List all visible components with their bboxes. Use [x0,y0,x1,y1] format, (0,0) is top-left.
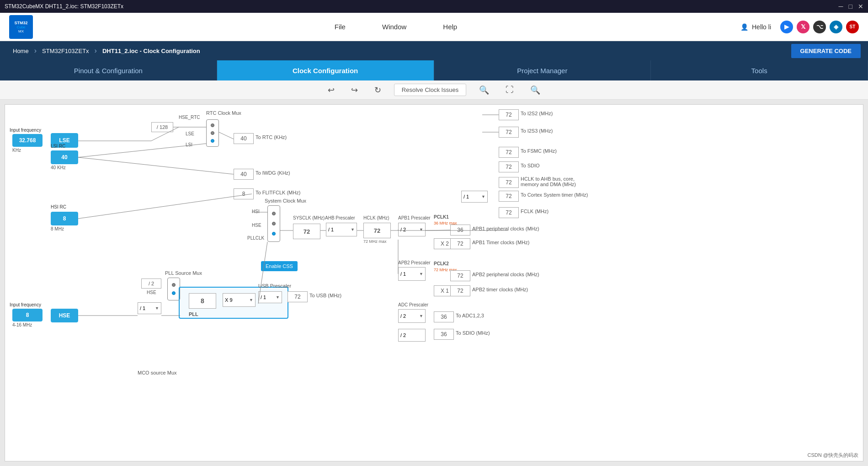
redo-button[interactable]: ↪ [347,83,362,97]
to-fsmc-label: To FSMC (MHz) [521,148,557,154]
pclk1-label: PCLK1 [434,214,449,220]
reset-button[interactable]: ↻ [371,83,385,97]
hse-rtc-label: HSE_RTC [179,115,200,120]
tab-clock[interactable]: Clock Configuration [217,60,434,80]
to-i2s3-value: 72 [499,127,519,138]
window-controls[interactable]: ─ □ ✕ [839,3,863,10]
sysclk-value[interactable]: 72 [293,224,320,239]
hclk-label: HCLK (MHz) [363,215,389,220]
pll-multiplier-select[interactable]: X 9 ▼ [223,293,256,307]
to-i2s3-label: To I2S3 (MHz) [521,128,553,134]
help-menu[interactable]: Help [443,23,457,31]
to-rtc-label: To RTC (KHz) [256,134,287,140]
enable-css-button[interactable]: Enable CSS [261,261,298,271]
main-content: RTC Clock Mux Input frequency LSE 32.768… [0,100,868,466]
hse-freq-value[interactable]: 8 [12,309,43,321]
ahb-prescaler-select[interactable]: / 1 ▼ [326,223,357,236]
usb-prescaler-label: USB Prescaler [258,283,291,289]
lse-freq-value[interactable]: 32.768 [12,134,43,147]
apb2-prescaler-select[interactable]: / 1 ▼ [398,267,426,281]
breadcrumb-device[interactable]: STM32F103ZETx [37,41,95,60]
hsi-rc-box[interactable]: 8 [51,212,78,225]
rtc-mux-dot-2 [211,131,214,135]
hclk-value[interactable]: 72 [363,223,391,238]
menu-items: File Window Help [51,23,740,31]
hse-sublabel: 4-16 MHz [12,322,32,327]
to-sdio-label: To SDIO (MHz) [456,330,490,336]
breadcrumb-home[interactable]: Home [7,41,34,60]
svg-line-13 [426,230,450,230]
close-button[interactable]: ✕ [858,3,863,10]
lsi-rc-box[interactable]: 40 [51,150,78,164]
hsi-rc-label: HSI RC [51,204,66,209]
apb1-prescaler-label: APB1 Prescaler [398,215,431,220]
div128-box[interactable]: / 128 [151,122,173,132]
sdio-div-select[interactable]: / 2 [398,329,426,342]
maximize-button[interactable]: □ [849,3,852,10]
usb-output-label: To USB (MHz) [309,293,341,298]
cortex-timer-value: 72 [499,191,519,202]
hse-box[interactable]: HSE [51,309,78,322]
sys-mux-dot-pll [272,232,276,236]
breadcrumb-current[interactable]: DHT11_2.ioc - Clock Configuration [97,41,206,60]
lse-unit: KHz [12,148,21,153]
tab-pinout[interactable]: Pinout & Configuration [0,60,217,80]
apb1-prescaler-select[interactable]: / 2 ▼ [398,223,426,236]
hclk-ahb-value: 72 [499,177,519,188]
adc-prescaler-label: ADC Prescaler [398,302,428,307]
resolve-clock-button[interactable]: Resolve Clock Issues [394,84,466,96]
rtc-mux[interactable] [206,119,219,147]
to-iwdg-label: To IWDG (KHz) [256,170,290,176]
pll-hse-label: HSE [147,290,156,295]
svg-line-4 [219,132,234,139]
youtube-icon[interactable]: ▶ [780,21,793,33]
minimize-button[interactable]: ─ [839,3,843,10]
tab-project[interactable]: Project Manager [434,60,651,80]
apb1-periph-value: 36 [450,225,470,236]
to-fsmc-value: 72 [499,147,519,158]
linkedin-icon[interactable]: ◈ [830,21,842,33]
zoom-out-button[interactable]: 🔍 [527,83,544,97]
user-name: Hello li [752,23,771,31]
connection-lines [5,105,863,461]
lsi-rc-label: LSI RC [51,144,65,149]
user-icon: 👤 [740,23,748,31]
pll-mux-hsi [172,283,176,287]
system-clock-mux[interactable] [267,205,280,242]
div1-hse-select[interactable]: / 1 ▼ [138,302,161,314]
svg-line-5 [78,157,234,174]
to-sdio-top-value: 72 [499,161,519,172]
breadcrumb-bar: Home › STM32F103ZETx › DHT11_2.ioc - Clo… [0,41,868,60]
fclk-value: 72 [499,207,519,218]
instagram-icon[interactable]: 𝕏 [797,21,809,33]
pll-source-mux[interactable] [167,278,180,300]
generate-code-button[interactable]: GENERATE CODE [791,44,861,58]
zoom-in-button[interactable]: 🔍 [475,83,493,97]
pll-value[interactable]: 8 [189,293,216,309]
sysclk-label: SYSCLK (MHz) [293,215,325,220]
tab-tools[interactable]: Tools [651,60,868,80]
apb2-timer-value: 72 [450,285,470,296]
fit-button[interactable]: ⛶ [502,83,517,96]
tab-bar: Pinout & Configuration Clock Configurati… [0,60,868,80]
file-menu[interactable]: File [335,23,346,31]
pll-source-mux-label: PLL Source Mux [165,270,202,276]
to-i2s2-value: 72 [499,109,519,120]
ahb-prescaler-label: AHB Prescaler [325,215,355,220]
adc-prescaler-select[interactable]: / 2 ▼ [398,309,426,323]
mco-mux-label: MCO source Mux [138,370,177,375]
usb-prescaler-select[interactable]: / 1 ▼ [258,291,282,303]
lsi-rc-sublabel: 40 KHz [51,165,66,170]
github-icon[interactable]: ⌥ [813,21,826,33]
to-sdio-top-label: To SDIO [521,163,540,168]
to-flitfclk-value: 8 [234,188,254,199]
st-icon[interactable]: ST [846,21,859,33]
cortex-prescaler-select[interactable]: / 1 ▼ [461,191,488,203]
window-menu[interactable]: Window [382,23,406,31]
undo-button[interactable]: ↩ [324,83,338,97]
input-freq-lse-label: Input frequency [10,128,41,133]
usb-value: 72 [288,291,308,302]
rtc-clock-mux-label: RTC Clock Mux [206,110,241,116]
hclk-ahb-label: HCLK to AHB bus, core, memory and DMA (M… [521,176,589,187]
to-i2s2-label: To I2S2 (MHz) [521,111,553,116]
